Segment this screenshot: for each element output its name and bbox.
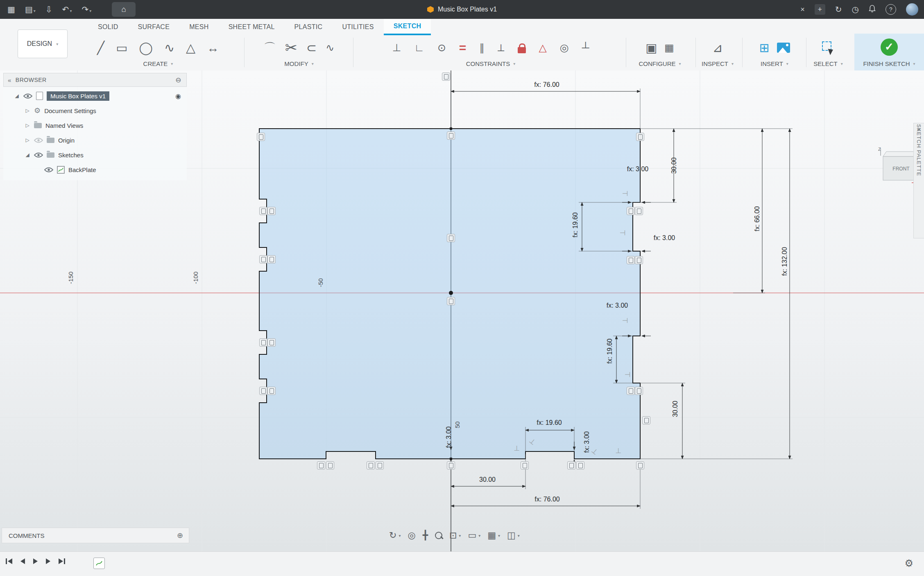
help-icon[interactable]: ? xyxy=(886,4,896,15)
pan-icon[interactable]: ╋ xyxy=(423,531,428,540)
polygon-tool-icon[interactable]: △ xyxy=(186,42,195,54)
constraint-icon[interactable] xyxy=(259,255,267,263)
insert-menu[interactable]: INSERT ▾ xyxy=(744,60,805,70)
sketch-point[interactable] xyxy=(450,127,452,130)
timeline-step-back-button[interactable] xyxy=(20,558,25,564)
dimension-label[interactable]: fx: 76.00 xyxy=(534,81,559,88)
timeline-play-button[interactable] xyxy=(33,558,38,564)
display-settings-icon[interactable]: ▭ xyxy=(468,531,476,540)
browser-item-label[interactable]: BackPlate xyxy=(68,166,96,173)
tangent-constraint-icon[interactable]: ⊙ xyxy=(437,43,446,53)
create-menu[interactable]: CREATE ▾ xyxy=(78,60,238,70)
dimension-label[interactable]: fx: 3.00 xyxy=(583,431,591,453)
line-tool-icon[interactable]: ╱ xyxy=(97,42,104,54)
select-cursor-icon[interactable] xyxy=(822,41,834,54)
constraint-icon[interactable] xyxy=(635,256,643,264)
browser-item-backplate[interactable]: BackPlate xyxy=(3,162,187,177)
constraint-icon[interactable] xyxy=(521,461,529,469)
dimension-label[interactable]: fx: 132.00 xyxy=(781,247,788,276)
timeline-settings-gear-icon[interactable]: ⚙ xyxy=(904,558,913,569)
constraint-icon[interactable] xyxy=(627,256,635,264)
constraint-icon[interactable] xyxy=(447,297,455,305)
timeline-sketch-feature[interactable] xyxy=(93,558,105,569)
collapsed-triangle-icon[interactable]: ▷ xyxy=(25,122,30,128)
constraint-icon[interactable] xyxy=(447,132,455,140)
caret-down-icon[interactable]: ▾ xyxy=(459,533,461,538)
sketch-point[interactable] xyxy=(450,458,452,460)
coincident-constraint-icon[interactable]: ∟ xyxy=(414,43,424,53)
spline-tool-icon[interactable]: ∿ xyxy=(164,42,174,54)
tab-sketch[interactable]: SKETCH xyxy=(384,19,431,35)
visibility-eye-icon[interactable] xyxy=(23,93,32,99)
constraint-icon[interactable] xyxy=(367,461,375,469)
job-status-icon[interactable]: ◷ xyxy=(852,5,859,14)
browser-item-label[interactable]: Document Settings xyxy=(44,107,96,114)
perpendicular-constraint-icon[interactable]: ⊥ xyxy=(514,445,520,452)
midpoint-constraint-icon[interactable]: ┴ xyxy=(582,43,589,53)
home-tab-button[interactable]: ⌂ xyxy=(112,2,136,17)
fit-icon[interactable]: ⊡ xyxy=(449,531,457,540)
perpendicular-constraint-icon[interactable]: ⊥ xyxy=(622,317,629,324)
equal-constraint-icon[interactable]: = xyxy=(459,42,467,54)
constraint-icon[interactable] xyxy=(636,461,644,469)
visibility-eye-icon[interactable] xyxy=(34,152,43,158)
constraint-icon[interactable] xyxy=(447,461,455,469)
sketch-palette-tab[interactable]: « SKETCH PALETTE xyxy=(913,123,924,238)
smooth-constraint-icon[interactable]: △ xyxy=(539,43,547,53)
browser-item-document-settings[interactable]: ▷ ⚙ Document Settings xyxy=(3,103,187,118)
perpendicular-constraint-icon[interactable]: ⊥ xyxy=(624,372,631,378)
constraint-icon[interactable] xyxy=(627,387,635,395)
dimension-label[interactable]: fx: 3.00 xyxy=(654,234,675,242)
dimension-label[interactable]: 30.00 xyxy=(670,157,678,174)
perpendicular-constraint-icon[interactable]: ⊥ xyxy=(619,230,626,236)
comments-bar[interactable]: COMMENTS ⊕ xyxy=(2,528,189,543)
extensions-icon[interactable]: ↻ xyxy=(835,5,842,14)
concentric-constraint-icon[interactable]: ◎ xyxy=(560,43,569,53)
modify-menu[interactable]: MODIFY ▾ xyxy=(247,60,351,70)
configure-icon[interactable]: ▣ xyxy=(645,42,657,54)
perpendicular-constraint-icon[interactable]: ⟂ xyxy=(498,43,505,53)
constraint-icon[interactable] xyxy=(576,461,584,469)
constraint-icon[interactable] xyxy=(267,338,276,347)
dimension-label[interactable]: fx: 19.60 xyxy=(572,212,579,237)
browser-item-named-views[interactable]: ▷ Named Views xyxy=(3,118,187,133)
constraint-icon[interactable] xyxy=(636,133,644,141)
browser-item-label[interactable]: Sketches xyxy=(58,152,84,159)
browser-item-label[interactable]: Named Views xyxy=(45,122,83,129)
project-curve-icon[interactable]: ∿ xyxy=(326,43,334,53)
finish-sketch-menu[interactable]: FINISH SKETCH ▾ xyxy=(854,60,924,70)
perpendicular-constraint-icon[interactable]: ⊥ xyxy=(616,447,622,454)
configuration-table-icon[interactable]: ▦ xyxy=(664,43,674,53)
dimension-label[interactable]: fx: 19.60 xyxy=(537,419,562,426)
origin-point[interactable] xyxy=(449,291,453,295)
close-document-icon[interactable]: × xyxy=(800,6,805,13)
perpendicular-constraint-icon[interactable]: ⊥ xyxy=(622,190,629,197)
new-document-tab-button[interactable]: + xyxy=(815,4,825,15)
collapsed-triangle-icon[interactable]: ▷ xyxy=(25,137,30,143)
browser-item-label[interactable]: Music Box Plates v1 xyxy=(47,91,109,101)
offset-tool-icon[interactable]: ⊂ xyxy=(306,42,317,54)
select-menu[interactable]: SELECT ▾ xyxy=(808,60,849,70)
constraint-icon[interactable] xyxy=(442,73,450,81)
fix-constraint-icon[interactable] xyxy=(518,47,526,53)
collapsed-triangle-icon[interactable]: ▷ xyxy=(25,108,30,113)
constraint-icon[interactable] xyxy=(267,207,276,215)
constraint-icon[interactable] xyxy=(317,461,325,469)
activate-radio-icon[interactable]: ◉ xyxy=(175,92,181,100)
grid-settings-icon[interactable]: ▦ xyxy=(487,531,496,540)
visibility-eye-off-icon[interactable] xyxy=(34,138,43,143)
caret-down-icon[interactable]: ▾ xyxy=(478,533,480,538)
constraint-icon[interactable] xyxy=(642,416,650,424)
timeline-go-to-end-button[interactable] xyxy=(59,558,65,564)
tab-plastic[interactable]: PLASTIC xyxy=(285,19,333,35)
orbit-icon[interactable]: ↻ xyxy=(389,531,396,540)
viewports-icon[interactable]: ◫ xyxy=(507,531,516,540)
constraint-icon[interactable] xyxy=(447,234,455,242)
insert-canvas-image-icon[interactable] xyxy=(777,43,790,53)
expand-triangle-icon[interactable]: ◢ xyxy=(14,93,20,99)
visibility-eye-icon[interactable] xyxy=(44,167,53,172)
caret-down-icon[interactable]: ▾ xyxy=(498,533,500,538)
constraint-icon[interactable] xyxy=(376,461,384,469)
constraint-icon[interactable] xyxy=(267,255,276,263)
finish-sketch-button[interactable]: ✓ xyxy=(881,39,898,56)
